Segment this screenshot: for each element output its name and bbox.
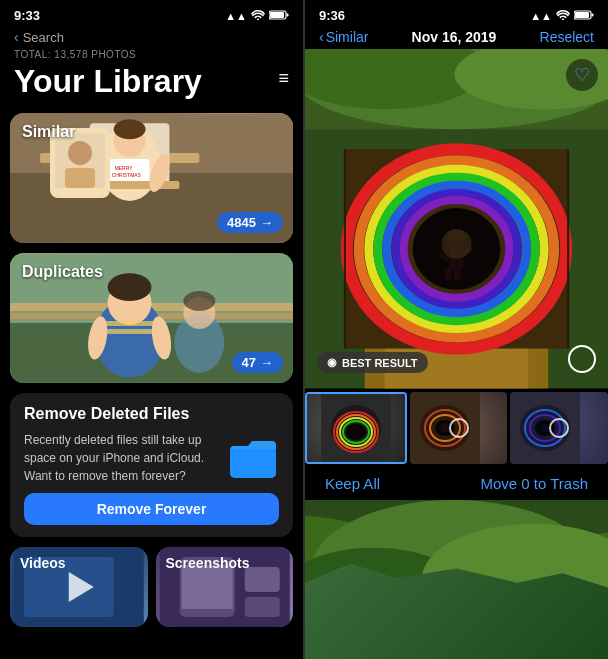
nav-date-label: Nov 16, 2019 bbox=[412, 29, 497, 45]
right-nav: ‹ Similar Nov 16, 2019 Reselect bbox=[305, 27, 608, 49]
bottom-cards-row: Videos Screenshots bbox=[10, 547, 293, 627]
best-result-label: BEST RESULT bbox=[342, 357, 418, 369]
svg-rect-31 bbox=[230, 449, 276, 478]
svg-rect-37 bbox=[181, 565, 232, 609]
bottom-photo-area bbox=[305, 500, 608, 659]
thumbnail-2[interactable] bbox=[410, 392, 508, 464]
arrow-icon-2: → bbox=[260, 355, 273, 370]
svg-point-9 bbox=[114, 119, 146, 139]
nav-back-chevron: ‹ bbox=[319, 29, 324, 45]
left-search-nav: ‹ Search bbox=[0, 27, 303, 49]
keep-all-button[interactable]: Keep All bbox=[325, 475, 380, 492]
menu-icon[interactable]: ≡ bbox=[278, 68, 289, 93]
thumbnail-3[interactable] bbox=[510, 392, 608, 464]
thumb-circle-indicator-3 bbox=[549, 418, 569, 438]
heart-icon: ♡ bbox=[574, 64, 590, 86]
svg-text:MERRY: MERRY bbox=[115, 165, 134, 171]
svg-rect-62 bbox=[454, 267, 461, 281]
back-chevron-icon: ‹ bbox=[14, 29, 19, 45]
remove-forever-button[interactable]: Remove Forever bbox=[24, 493, 279, 525]
left-status-icons: ▲▲ bbox=[225, 10, 289, 22]
page-title: Your Library bbox=[14, 64, 202, 99]
svg-point-86 bbox=[541, 424, 549, 432]
best-result-dot-icon: ◉ bbox=[327, 356, 337, 369]
svg-rect-61 bbox=[445, 267, 452, 281]
folder-icon-wrap bbox=[227, 431, 279, 483]
svg-text:CHRISTMAS: CHRISTMAS bbox=[112, 172, 142, 178]
thumbnails-row bbox=[305, 389, 608, 467]
remove-card-title: Remove Deleted Files bbox=[24, 405, 279, 423]
svg-rect-1 bbox=[287, 13, 289, 16]
left-status-bar: 9:33 ▲▲ bbox=[0, 0, 303, 27]
thumb-image-1 bbox=[307, 394, 405, 462]
move-to-trash-button[interactable]: Move 0 to Trash bbox=[480, 475, 588, 492]
remove-card-description: Recently deleted files still take up spa… bbox=[24, 431, 217, 485]
folder-icon bbox=[228, 432, 278, 482]
right-status-icons: ▲▲ bbox=[530, 10, 594, 22]
svg-rect-41 bbox=[592, 13, 594, 16]
total-photos-label: TOTAL: 13,578 PHOTOS bbox=[14, 49, 289, 60]
bottom-greenery-image bbox=[305, 500, 608, 659]
duplicates-card[interactable]: Duplicates 47 → bbox=[10, 253, 293, 383]
svg-point-14 bbox=[85, 152, 114, 195]
right-panel: 9:36 ▲▲ ‹ Similar Nov 16, 2019 Reselect bbox=[305, 0, 608, 659]
svg-rect-2 bbox=[270, 12, 284, 18]
svg-rect-23 bbox=[98, 321, 162, 326]
similar-badge: 4845 → bbox=[217, 212, 283, 233]
left-time: 9:33 bbox=[14, 8, 40, 23]
left-content: MERRY CHRISTMAS Similar 4845 → bbox=[0, 105, 303, 659]
svg-point-22 bbox=[108, 273, 152, 301]
svg-rect-42 bbox=[575, 12, 589, 18]
videos-label: Videos bbox=[20, 555, 66, 571]
screenshots-card[interactable]: Screenshots bbox=[156, 547, 294, 627]
thumb-circle-indicator-2 bbox=[449, 418, 469, 438]
svg-rect-13 bbox=[80, 181, 180, 189]
nav-back-button[interactable]: ‹ Similar bbox=[319, 29, 368, 45]
wifi-icon bbox=[251, 10, 265, 22]
svg-rect-88 bbox=[305, 564, 608, 659]
right-battery-icon bbox=[574, 10, 594, 22]
svg-point-74 bbox=[346, 424, 366, 440]
svg-point-29 bbox=[183, 291, 215, 311]
similar-card[interactable]: MERRY CHRISTMAS Similar 4845 → bbox=[10, 113, 293, 243]
svg-point-65 bbox=[442, 229, 472, 259]
select-circle-button[interactable] bbox=[568, 345, 596, 373]
left-search-label[interactable]: Search bbox=[23, 30, 64, 45]
remove-card-body: Recently deleted files still take up spa… bbox=[24, 431, 279, 485]
arrow-icon: → bbox=[260, 215, 273, 230]
signal-icon: ▲▲ bbox=[225, 10, 247, 22]
nav-back-label: Similar bbox=[326, 29, 369, 45]
battery-icon bbox=[269, 10, 289, 22]
thumbnail-1[interactable] bbox=[305, 392, 407, 464]
duplicates-badge: 47 → bbox=[232, 352, 283, 373]
duplicates-label: Duplicates bbox=[22, 263, 103, 281]
right-wifi-icon bbox=[556, 10, 570, 22]
videos-card[interactable]: Videos bbox=[10, 547, 148, 627]
left-panel: 9:33 ▲▲ ‹ Search TOTAL: 13,578 PHOTOS Yo… bbox=[0, 0, 303, 659]
right-signal-icon: ▲▲ bbox=[530, 10, 552, 22]
main-photo-area: ♡ ◉ BEST RESULT bbox=[305, 49, 608, 389]
heart-button[interactable]: ♡ bbox=[566, 59, 598, 91]
best-result-badge: ◉ BEST RESULT bbox=[317, 352, 428, 373]
right-time: 9:36 bbox=[319, 8, 345, 23]
svg-rect-39 bbox=[244, 597, 279, 617]
right-status-bar: 9:36 ▲▲ bbox=[305, 0, 608, 27]
left-header-section: TOTAL: 13,578 PHOTOS Your Library ≡ bbox=[0, 49, 303, 105]
remove-deleted-card: Remove Deleted Files Recently deleted fi… bbox=[10, 393, 293, 537]
similar-label: Similar bbox=[22, 123, 75, 141]
tunnel-image bbox=[305, 49, 608, 389]
reselect-button[interactable]: Reselect bbox=[540, 29, 594, 45]
screenshots-label: Screenshots bbox=[166, 555, 250, 571]
right-action-bar: Keep All Move 0 to Trash bbox=[305, 467, 608, 500]
